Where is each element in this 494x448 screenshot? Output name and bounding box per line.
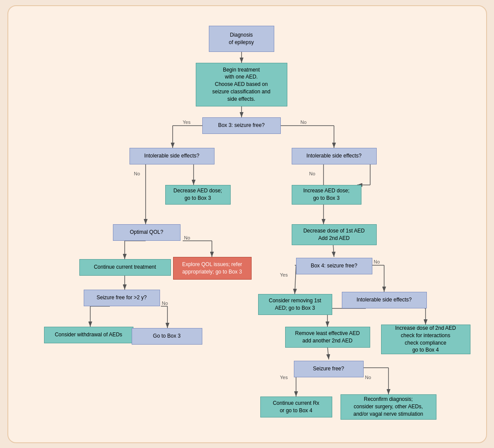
svg-line-47	[327, 346, 329, 359]
box-seizure-free-2y: Seizure free for >2 y?	[84, 290, 160, 306]
svg-text:Yes: Yes	[183, 120, 191, 125]
box-consider-removing: Consider removing 1st AED; go to Box 3	[258, 294, 332, 315]
box-begin-treatment: Begin treatment with one AED. Choose AED…	[196, 63, 287, 106]
box-intolerable-right: Intolerable side effects?	[292, 148, 377, 164]
svg-line-26	[333, 244, 334, 257]
svg-text:No: No	[365, 375, 371, 380]
box-continue-rx: Continue current Rx or go to Box 4	[260, 397, 332, 417]
box-reconfirm: Reconfirm diagnosis; consider surgery, o…	[341, 394, 436, 420]
box-remove-add: Remove least effective AED add another 2…	[285, 327, 370, 348]
box-explore-qol: Explore QOL issues; refer appropriately;…	[173, 257, 252, 280]
svg-text:Yes: Yes	[280, 375, 288, 380]
box-increase-2nd: Increase dose of 2nd AED check for inter…	[381, 325, 470, 354]
outer-container: Yes No No Yes No	[7, 5, 487, 443]
box-consider-withdrawal: Consider withdrawal of AEDs	[44, 327, 133, 343]
box-diagnosis: Diagnosis of epilepsy	[209, 26, 274, 52]
box-seizure-free2: Seizure free?	[294, 361, 364, 377]
box-optimal-qol: Optimal QOL?	[113, 224, 181, 241]
flowchart: Yes No No Yes No	[17, 15, 477, 434]
svg-text:No: No	[134, 171, 140, 176]
box-go-to-box3: Go to Box 3	[132, 328, 202, 345]
box-intolerable-right2: Intolerable side effects?	[342, 292, 427, 308]
box-continue-treatment: Continue current treatment	[79, 259, 171, 276]
box-intolerable-left: Intolerable side effects?	[129, 148, 215, 164]
box-decrease-add: Decrease dose of 1st AED Add 2nd AED	[292, 224, 377, 245]
box-box3-seizure: Box 3: seizure free?	[202, 117, 281, 134]
svg-text:No: No	[300, 120, 307, 125]
svg-text:Yes: Yes	[280, 272, 288, 277]
box-decrease-aed: Decrease AED dose; go to Box 3	[165, 185, 231, 205]
svg-text:No: No	[162, 301, 168, 306]
box-increase-aed: Increase AED dose; go to Box 3	[292, 185, 361, 205]
box-box4-seizure: Box 4: seizure free?	[296, 258, 372, 274]
svg-text:No: No	[309, 171, 315, 176]
svg-text:No: No	[374, 259, 380, 264]
svg-text:No: No	[184, 235, 190, 240]
